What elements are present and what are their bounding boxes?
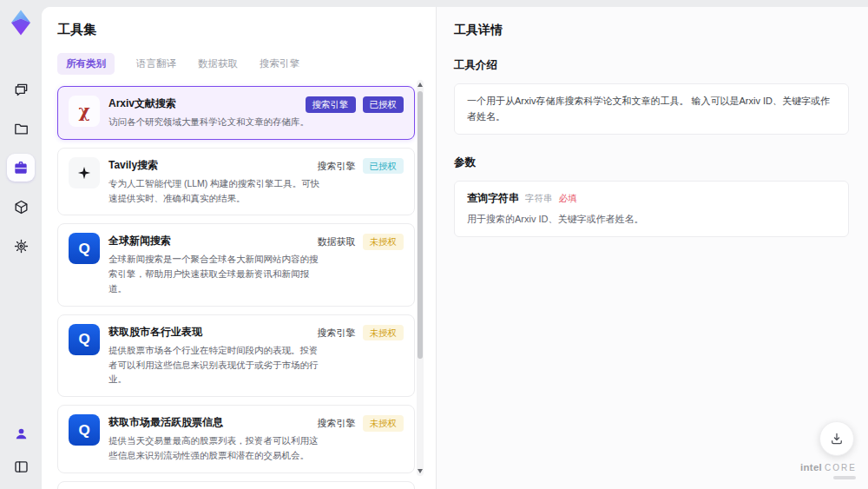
category-tabs: 所有类别语言翻译数据获取搜索引擎	[57, 53, 436, 75]
sidebar-nav	[7, 76, 35, 260]
sidebar-item-profile[interactable]	[7, 420, 35, 447]
list-scrollbar[interactable]	[417, 80, 424, 476]
sidebar-item-tools[interactable]	[7, 154, 35, 182]
arxiv-chi-icon: χ	[69, 96, 100, 127]
tool-card-region-news[interactable]: 万维地区新闻查询查询具体行政区划内的新闻，快速了解各地新闻动搜索引擎未授权	[57, 481, 415, 489]
sidebar-item-plugins[interactable]	[7, 193, 35, 221]
sidebar-item-collapse[interactable]	[7, 453, 35, 480]
sidebar-bottom	[7, 420, 35, 480]
sidebar-item-folder[interactable]	[7, 115, 35, 142]
param-type: 字符串	[525, 193, 553, 205]
tool-tags: 数据获取未授权	[318, 234, 404, 250]
auth-badge: 未授权	[363, 234, 404, 250]
q-app-icon: Q	[69, 324, 100, 355]
user-icon	[13, 426, 30, 442]
tab-search[interactable]: 搜索引擎	[260, 57, 299, 70]
tab-all[interactable]: 所有类别	[57, 53, 115, 75]
download-icon	[829, 431, 845, 446]
tool-tags: 搜索引擎未授权	[318, 415, 404, 432]
q-app-icon: Q	[69, 414, 100, 446]
tool-tags: 搜索引擎已授权	[306, 96, 404, 113]
logo-diamond-icon	[8, 9, 34, 36]
sparkle-icon	[69, 157, 100, 188]
sidebar-item-settings[interactable]	[7, 232, 35, 260]
category-label: 数据获取	[318, 235, 356, 248]
tool-card-sector-performance[interactable]: Q获取股市各行业表现提供股票市场各个行业在特定时间段内的表现。投资者可以利用这些…	[57, 314, 415, 397]
sidebar	[0, 0, 42, 489]
tool-desc: 全球新闻搜索是一个聚合全球各大新闻网站内容的搜索引擎，帮助用户快速获取全球最新资…	[108, 252, 321, 295]
scrollbar-thumb[interactable]	[418, 91, 423, 359]
detail-title: 工具详情	[454, 23, 849, 38]
scroll-up-icon[interactable]	[418, 83, 423, 87]
tool-card-arxiv[interactable]: χArxiv文献搜索访问各个研究领域大量科学论文和文章的存储库。搜索引擎已授权	[57, 86, 415, 140]
tool-card-active-stocks[interactable]: Q获取市场最活跃股票信息提供当天交易量最高的股票列表，投资者可以利用这些信息来识…	[57, 405, 415, 473]
intro-box: 一个用于从Arxiv存储库搜索科学论文和文章的工具。 输入可以是Arxiv ID…	[454, 83, 849, 135]
intel-core-logo: intelCORE	[800, 459, 857, 479]
panel-icon	[13, 459, 30, 475]
tool-desc: 访问各个研究领域大量科学论文和文章的存储库。	[108, 115, 321, 129]
tool-name: 获取市场最活跃股票信息	[108, 415, 321, 430]
scroll-down-icon[interactable]	[418, 469, 423, 473]
category-badge: 搜索引擎	[306, 96, 356, 113]
toolbox-icon	[12, 159, 30, 176]
tool-name: Arxiv文献搜索	[108, 96, 321, 111]
params-section-title: 参数	[454, 155, 849, 170]
auth-badge: 已授权	[363, 158, 404, 175]
tool-list-panel: 工具集 所有类别语言翻译数据获取搜索引擎 χArxiv文献搜索访问各个研究领域大…	[42, 7, 436, 489]
intel-brand-text: intel	[800, 462, 822, 472]
auth-badge: 未授权	[363, 415, 404, 432]
app-logo[interactable]	[7, 8, 35, 37]
tool-desc: 专为人工智能代理 (LLM) 构建的搜索引擎工具。可快速提供实时、准确和真实的结…	[108, 176, 321, 206]
intel-sub-mark	[833, 476, 856, 479]
settings-gear-icon	[13, 238, 30, 254]
tab-translate[interactable]: 语言翻译	[136, 57, 176, 70]
chat-icon	[13, 82, 30, 98]
auth-badge: 未授权	[363, 325, 404, 341]
main-content: 工具集 所有类别语言翻译数据获取搜索引擎 χArxiv文献搜索访问各个研究领域大…	[42, 7, 868, 489]
category-label: 搜索引擎	[318, 160, 356, 173]
intro-text: 一个用于从Arxiv存储库搜索科学论文和文章的工具。 输入可以是Arxiv ID…	[467, 94, 836, 124]
tool-card-tavily[interactable]: Tavily搜索专为人工智能代理 (LLM) 构建的搜索引擎工具。可快速提供实时…	[57, 148, 415, 216]
core-brand-text: CORE	[825, 463, 857, 472]
tool-detail-panel: 工具详情 工具介绍 一个用于从Arxiv存储库搜索科学论文和文章的工具。 输入可…	[436, 7, 868, 489]
tool-list: χArxiv文献搜索访问各个研究领域大量科学论文和文章的存储库。搜索引擎已授权T…	[57, 86, 415, 489]
sidebar-item-chat[interactable]	[7, 76, 35, 103]
tab-data[interactable]: 数据获取	[198, 57, 238, 70]
tool-name: Tavily搜索	[108, 158, 321, 173]
tool-card-global-news[interactable]: Q全球新闻搜索全球新闻搜索是一个聚合全球各大新闻网站内容的搜索引擎，帮助用户快速…	[57, 223, 415, 306]
tool-name: 全球新闻搜索	[108, 234, 321, 248]
category-label: 搜索引擎	[318, 327, 356, 340]
param-desc: 用于搜索的Arxiv ID、关键字或作者姓名。	[467, 212, 836, 227]
intro-section-title: 工具介绍	[454, 58, 849, 73]
param-required-badge: 必填	[559, 193, 577, 205]
auth-badge: 已授权	[363, 96, 404, 113]
folder-icon	[13, 121, 30, 137]
tool-desc: 提供股票市场各个行业在特定时间段内的表现。投资者可以利用这些信息来识别表现优于或…	[108, 343, 321, 387]
download-button[interactable]	[819, 421, 854, 456]
page-title: 工具集	[57, 22, 436, 38]
cube-icon	[13, 199, 30, 215]
tool-name: 获取股市各行业表现	[108, 325, 321, 340]
param-box: 查询字符串 字符串 必填 用于搜索的Arxiv ID、关键字或作者姓名。	[454, 181, 849, 237]
param-head: 查询字符串 字符串 必填	[467, 191, 836, 206]
q-app-icon: Q	[69, 233, 100, 264]
category-label: 搜索引擎	[318, 417, 356, 430]
param-name: 查询字符串	[467, 191, 519, 206]
tool-tags: 搜索引擎已授权	[318, 158, 404, 175]
tool-desc: 提供当天交易量最高的股票列表，投资者可以利用这些信息来识别流动性强的股票和潜在的…	[108, 433, 321, 463]
tool-tags: 搜索引擎未授权	[318, 325, 404, 341]
